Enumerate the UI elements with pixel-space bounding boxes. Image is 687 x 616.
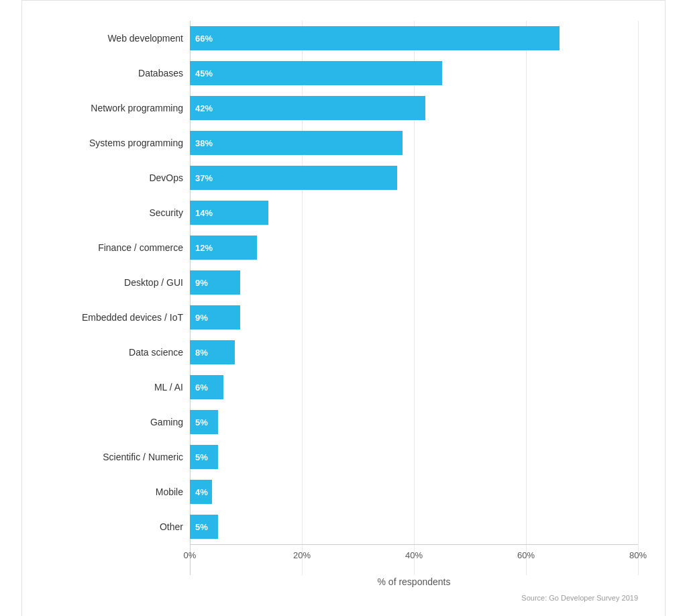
bar-value-label: 5% <box>195 417 208 427</box>
bar-row: Scientific / Numeric5% <box>49 440 638 474</box>
bar-fill: 45% <box>190 61 442 85</box>
source-note: Source: Go Developer Survey 2019 <box>49 594 638 602</box>
bar-track: 5% <box>190 440 638 474</box>
bar-track: 38% <box>190 125 638 160</box>
bar-fill: 38% <box>190 131 403 155</box>
bar-track: 9% <box>190 300 638 335</box>
bar-label: Other <box>49 521 190 532</box>
bar-value-label: 8% <box>195 348 208 358</box>
bar-value-label: 5% <box>195 522 208 532</box>
bar-fill: 9% <box>190 305 240 329</box>
bar-value-label: 42% <box>195 103 213 113</box>
bar-label: Mobile <box>49 486 190 497</box>
bar-fill: 42% <box>190 96 425 120</box>
bar-track: 66% <box>190 21 638 56</box>
bar-row: Network programming42% <box>49 91 638 125</box>
bar-value-label: 38% <box>195 138 213 148</box>
bar-row: Gaming5% <box>49 405 638 440</box>
bar-track: 12% <box>190 230 638 265</box>
bar-value-label: 4% <box>195 487 208 497</box>
bar-track: 14% <box>190 195 638 230</box>
bar-label: Data science <box>49 347 190 358</box>
bar-value-label: 9% <box>195 278 208 288</box>
bar-row: Web development66% <box>49 21 638 56</box>
bar-label: Systems programming <box>49 138 190 148</box>
bar-row: ML / AI6% <box>49 370 638 405</box>
bar-label: Finance / commerce <box>49 242 190 253</box>
bar-label: Gaming <box>49 417 190 427</box>
bar-value-label: 9% <box>195 313 208 323</box>
bar-label: Embedded devices / IoT <box>49 312 190 323</box>
bar-row: Security14% <box>49 195 638 230</box>
x-tick-label: 20% <box>293 550 311 560</box>
bar-track: 6% <box>190 370 638 405</box>
bar-value-label: 45% <box>195 68 213 79</box>
bar-value-label: 12% <box>195 243 213 253</box>
bar-label: Security <box>49 207 190 218</box>
bar-label: DevOps <box>49 172 190 183</box>
bar-row: Embedded devices / IoT9% <box>49 300 638 335</box>
bar-row: Data science8% <box>49 335 638 370</box>
bar-track: 37% <box>190 160 638 195</box>
bar-track: 5% <box>190 509 638 544</box>
bar-value-label: 37% <box>195 173 213 183</box>
bar-row: Mobile4% <box>49 474 638 509</box>
bar-track: 4% <box>190 474 638 509</box>
x-axis: 0%20%40%60%80% <box>190 544 638 571</box>
bar-label: ML / AI <box>49 382 190 393</box>
bar-track: 9% <box>190 265 638 300</box>
bar-track: 8% <box>190 335 638 370</box>
bar-value-label: 5% <box>195 452 208 462</box>
bar-track: 5% <box>190 405 638 440</box>
bar-fill: 14% <box>190 201 268 225</box>
bar-track: 45% <box>190 56 638 91</box>
bar-label: Scientific / Numeric <box>49 452 190 462</box>
bar-label: Web development <box>49 33 190 44</box>
bar-fill: 12% <box>190 236 257 260</box>
bar-track: 42% <box>190 91 638 125</box>
bar-fill: 37% <box>190 166 397 190</box>
bar-fill: 9% <box>190 270 240 295</box>
bar-fill: 66% <box>190 26 560 50</box>
bar-fill: 5% <box>190 445 218 469</box>
bar-label: Desktop / GUI <box>49 277 190 288</box>
bar-row: Finance / commerce12% <box>49 230 638 265</box>
x-axis-label: % of respondents <box>190 576 638 587</box>
bar-value-label: 66% <box>195 34 213 44</box>
x-tick-label: 80% <box>629 550 647 560</box>
bar-row: Desktop / GUI9% <box>49 265 638 300</box>
x-tick-label: 60% <box>517 550 535 560</box>
grid-line <box>638 21 639 575</box>
bar-row: DevOps37% <box>49 160 638 195</box>
bar-row: Systems programming38% <box>49 125 638 160</box>
bar-fill: 5% <box>190 410 218 434</box>
bar-value-label: 14% <box>195 208 213 218</box>
x-tick-label: 0% <box>184 550 197 560</box>
chart-container: Web development66%Databases45%Network pr… <box>21 0 666 616</box>
bar-row: Other5% <box>49 509 638 544</box>
bar-value-label: 6% <box>195 382 208 393</box>
bar-fill: 4% <box>190 480 212 504</box>
bar-label: Network programming <box>49 103 190 113</box>
bar-label: Databases <box>49 68 190 79</box>
x-tick-label: 40% <box>405 550 423 560</box>
bar-fill: 8% <box>190 340 235 364</box>
bar-fill: 5% <box>190 515 218 539</box>
bar-fill: 6% <box>190 375 223 399</box>
chart-area: Web development66%Databases45%Network pr… <box>49 21 638 544</box>
bar-row: Databases45% <box>49 56 638 91</box>
